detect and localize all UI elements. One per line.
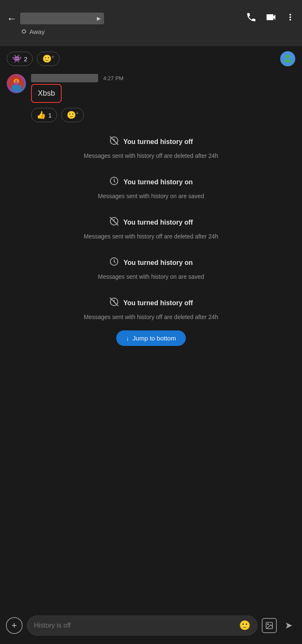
svg-point-0 <box>286 55 289 59</box>
status-dot-icon <box>22 29 26 34</box>
history-event-1-subtitle: Messages sent with history on are saved <box>98 193 204 199</box>
history-event-0: You turned history off Messages sent wit… <box>0 126 302 166</box>
video-icon[interactable] <box>265 11 277 26</box>
status-text: Away <box>29 28 44 35</box>
svg-rect-3 <box>12 85 21 91</box>
add-attachment-button[interactable]: + <box>6 617 23 634</box>
message-time: 4:27 PM <box>103 75 123 81</box>
sender-avatar <box>7 74 26 93</box>
history-event-4-row: You turned history off <box>109 297 193 309</box>
history-off-icon-4 <box>109 297 119 309</box>
jump-down-arrow-icon: ↓ <box>126 335 130 342</box>
history-event-0-title: You turned history off <box>123 138 193 146</box>
image-attach-button[interactable] <box>262 618 277 633</box>
user-avatar-small <box>280 51 295 66</box>
message-text: Xbsb <box>38 89 55 97</box>
thumbs-up-reaction[interactable]: 👍 1 <box>31 108 57 122</box>
history-event-2: You turned history off Messages sent wit… <box>0 206 302 246</box>
phone-icon[interactable] <box>246 12 257 25</box>
space-invader-count: 2 <box>24 55 27 63</box>
message-reaction-row: 👍 1 🙂+ <box>31 108 295 122</box>
message-input-container: 🙂 <box>27 615 258 636</box>
history-event-1: You turned history on Messages sent with… <box>0 166 302 206</box>
message-block: 4:27 PM Xbsb 👍 1 🙂+ <box>7 74 295 122</box>
header-subtitle-row: Away <box>7 28 295 35</box>
history-event-4-subtitle: Messages sent with history off are delet… <box>84 314 218 320</box>
bottom-input-bar: + 🙂 ➤ <box>0 610 302 644</box>
history-event-3: You turned history on Messages sent with… <box>0 246 302 287</box>
header-top-row: ← ▶ <box>7 11 295 26</box>
space-invader-reaction-pill[interactable]: 👾 2 <box>7 52 33 66</box>
thumbs-up-emoji: 👍 <box>36 110 46 120</box>
message-content: 4:27 PM Xbsb 👍 1 🙂+ <box>31 74 295 122</box>
contact-name-bar[interactable]: ▶ <box>20 13 104 24</box>
history-event-0-subtitle: Messages sent with history off are delet… <box>84 152 218 159</box>
add-msg-reaction-icon: 🙂+ <box>67 111 78 119</box>
svg-point-14 <box>268 624 269 625</box>
history-event-3-title: You turned history on <box>123 259 193 267</box>
history-event-3-subtitle: Messages sent with history on are saved <box>98 273 204 280</box>
message-input[interactable] <box>34 622 236 629</box>
reaction-pills: 👾 2 🙂+ <box>7 52 60 66</box>
top-reaction-bar: 👾 2 🙂+ <box>0 46 302 70</box>
chat-header: ← ▶ Away <box>0 0 302 46</box>
history-event-2-title: You turned history off <box>123 219 193 226</box>
history-events-list: You turned history off Messages sent wit… <box>0 126 302 327</box>
title-arrow-icon: ▶ <box>97 16 101 21</box>
history-on-icon-1 <box>109 176 119 188</box>
history-event-4: You turned history off Messages sent wit… <box>0 287 302 327</box>
more-options-icon[interactable] <box>285 12 295 25</box>
history-event-2-row: You turned history off <box>109 216 193 229</box>
history-event-2-subtitle: Messages sent with history off are delet… <box>84 233 218 240</box>
add-reaction-pill[interactable]: 🙂+ <box>37 52 60 66</box>
thumbs-up-count: 1 <box>48 112 52 119</box>
jump-to-bottom-button[interactable]: ↓ Jump to bottom <box>116 330 186 346</box>
history-event-1-row: You turned history on <box>109 176 193 188</box>
add-icon: + <box>12 620 17 631</box>
history-event-4-title: You turned history off <box>123 299 193 307</box>
history-event-1-title: You turned history on <box>123 178 193 186</box>
send-button[interactable]: ➤ <box>281 618 296 633</box>
send-arrow-icon: ➤ <box>285 620 292 631</box>
history-on-icon-3 <box>109 257 119 269</box>
add-reaction-icon: 🙂+ <box>42 55 54 63</box>
message-area: 4:27 PM Xbsb 👍 1 🙂+ <box>0 70 302 122</box>
header-left-section: ← ▶ <box>7 13 104 24</box>
history-off-icon-0 <box>109 136 119 148</box>
history-event-3-row: You turned history on <box>109 257 193 269</box>
space-invader-emoji: 👾 <box>12 54 21 63</box>
sender-name-bar <box>31 74 98 82</box>
jump-to-bottom-label: Jump to bottom <box>133 335 176 342</box>
emoji-picker-button[interactable]: 🙂 <box>239 620 250 631</box>
jump-to-bottom-container: ↓ Jump to bottom <box>0 330 302 346</box>
header-action-icons <box>246 11 295 26</box>
message-bubble: Xbsb <box>31 84 62 103</box>
back-button[interactable]: ← <box>7 13 17 24</box>
add-reaction-to-msg[interactable]: 🙂+ <box>61 108 84 122</box>
history-event-0-row: You turned history off <box>109 136 193 148</box>
history-off-icon-2 <box>109 216 119 229</box>
message-header-row: 4:27 PM <box>31 74 295 82</box>
